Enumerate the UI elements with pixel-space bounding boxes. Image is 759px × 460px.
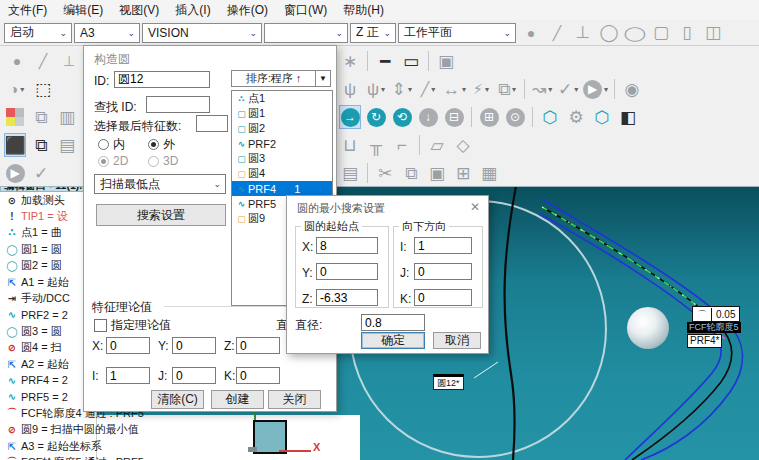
cancel-button[interactable]: 取消 — [433, 332, 481, 349]
probe-down-icon[interactable]: ↓ — [417, 105, 439, 129]
combo-arrow-icon[interactable]: ⌄ — [331, 28, 347, 38]
toolbar-combo[interactable]: A3 ⌄ — [74, 23, 140, 43]
x-field[interactable] — [316, 237, 378, 254]
fixture-icon[interactable]: ⊔ — [339, 133, 361, 157]
menu-item[interactable]: 操作(O) — [219, 2, 276, 19]
square-slot-feature-icon[interactable]: ▯ — [676, 21, 698, 45]
color-tiles-icon[interactable] — [4, 105, 26, 129]
ellipse-feature-icon[interactable]: ◯ — [624, 21, 646, 45]
cube-protect-icon[interactable]: ◇ — [452, 133, 474, 157]
notch-feature-icon[interactable]: ◫ — [702, 21, 724, 45]
z-field[interactable] — [316, 289, 378, 306]
window-cascade-icon[interactable]: ⧉ — [30, 105, 52, 129]
find-id-field[interactable] — [146, 96, 210, 113]
feature-list-item[interactable]: ∿ PRF2 — [232, 136, 332, 151]
menu-item[interactable]: 编辑(E) — [55, 2, 111, 19]
k-field[interactable] — [236, 367, 280, 384]
summary-icon[interactable]: ▤ — [339, 161, 361, 185]
angle-icon[interactable]: ⊥ — [58, 49, 80, 73]
window-save-icon[interactable]: ▣ — [435, 49, 457, 73]
last-feature-count-field[interactable] — [196, 115, 228, 132]
x-field[interactable] — [106, 337, 150, 354]
probe-target-icon[interactable]: ⊙ — [504, 105, 526, 129]
line-feature-icon[interactable]: ╱ — [546, 21, 568, 45]
toolbar-combo[interactable]: 工作平面 ⌄ — [398, 23, 516, 43]
combo-arrow-icon[interactable]: ⌄ — [245, 28, 261, 38]
point-icon[interactable]: ● — [6, 49, 28, 73]
search-settings-button[interactable]: 搜索设置 — [96, 204, 226, 226]
cut-icon[interactable]: ✂ — [374, 161, 396, 185]
close-icon[interactable]: ✕ — [470, 200, 480, 214]
theoretical-checkbox[interactable] — [94, 319, 107, 332]
grid-gear-icon[interactable]: ⊞ — [452, 161, 474, 185]
radio-2d[interactable] — [98, 156, 109, 167]
k-field[interactable] — [414, 289, 472, 306]
toolbar-combo[interactable]: VISION ⌄ — [142, 23, 262, 43]
paste-icon[interactable]: ▣ — [426, 161, 448, 185]
feature-insert-icon[interactable]: ψ▾ — [365, 77, 387, 101]
i-field[interactable] — [106, 367, 150, 384]
copy-icon[interactable]: ⧉ — [400, 161, 422, 185]
paint-roller-icon[interactable]: ⊟ — [443, 105, 465, 129]
y-field[interactable] — [316, 263, 378, 280]
verify-icon[interactable]: ✓▾ — [557, 77, 579, 101]
feature-list-item[interactable]: ▢ 圆1 — [232, 106, 332, 121]
combo-arrow-icon[interactable]: ⌄ — [499, 28, 515, 38]
combo-arrow-icon[interactable]: ⌄ — [55, 28, 71, 38]
dropdown-arrow-icon[interactable]: ▼ — [315, 71, 330, 86]
move-point-icon[interactable]: ⇕▾ — [391, 77, 413, 101]
menu-item[interactable]: 帮助(H) — [335, 2, 392, 19]
toolbar-combo[interactable]: 启动 ⌄ — [4, 23, 72, 43]
toolbar-combo[interactable]: ⌄ — [264, 23, 348, 43]
tree-item[interactable]: ⌒ FCF轮廓度5 通过 : PRF5 — [0, 454, 210, 460]
probe-sphere-icon[interactable]: ◑▾ — [6, 77, 28, 101]
toolbar-combo[interactable]: Z 正 ⌄ — [350, 23, 396, 43]
clipboard-plus-icon[interactable]: ⊞ — [478, 105, 500, 129]
feature-list-item[interactable]: ∿ PRF4 1 — [232, 181, 332, 196]
pattern-icon[interactable]: ∗ — [339, 49, 361, 73]
camera-icon[interactable]: ◉ — [621, 77, 643, 101]
run-icon[interactable]: ▶ — [4, 161, 26, 185]
orbit-circle-icon[interactable]: ⟲ — [391, 105, 413, 129]
j-field[interactable] — [414, 263, 472, 280]
z-field[interactable] — [236, 337, 280, 354]
circle-feature-icon[interactable]: ◯ — [598, 21, 620, 45]
point-feature-icon[interactable]: ● — [520, 21, 542, 45]
menu-item[interactable]: 插入(I) — [167, 2, 218, 19]
accept-icon[interactable]: ✓ — [30, 161, 52, 185]
id-field[interactable] — [114, 71, 210, 88]
outer-radio[interactable] — [148, 139, 159, 150]
report-icon[interactable]: ▤ — [56, 133, 78, 157]
perpendicular-feature-icon[interactable]: ⊥ — [572, 21, 594, 45]
feature-list-item[interactable]: ∴ 点1 — [232, 91, 332, 106]
y-field[interactable] — [172, 337, 216, 354]
wire-cube-icon[interactable]: ⬚ — [32, 77, 54, 101]
probe-arm-icon[interactable]: ⌐ — [391, 133, 413, 157]
scan-path-icon[interactable]: ↝▾ — [531, 77, 553, 101]
combo-arrow-icon[interactable]: ⌄ — [123, 28, 139, 38]
feature-list-item[interactable]: ▢ 圆2 — [232, 121, 332, 136]
line-icon[interactable]: ╱ — [32, 49, 54, 73]
create-button[interactable]: 创建 — [211, 390, 264, 409]
clear-button[interactable]: 清除(C) — [151, 390, 204, 409]
distance-icon[interactable]: ↔▾ — [443, 77, 466, 101]
diameter-field[interactable] — [361, 314, 425, 331]
ok-button[interactable]: 确定 — [361, 332, 425, 349]
probe-config-icon[interactable]: ψ — [339, 77, 361, 101]
feature-list-item[interactable]: ▢ 圆4 — [232, 166, 332, 181]
radio-3d[interactable] — [148, 156, 159, 167]
close-button[interactable]: 关闭 — [268, 390, 321, 409]
execute-circle-icon[interactable]: ▶▾ — [583, 77, 608, 101]
combo-arrow-icon[interactable]: ⌄ — [209, 179, 225, 189]
j-field[interactable] — [172, 367, 216, 384]
solid-view-icon[interactable]: ⬛ — [4, 133, 26, 157]
copy-pages-icon[interactable]: ⧉▾ — [496, 77, 518, 101]
menu-item[interactable]: 文件(F) — [0, 2, 55, 19]
inner-radio[interactable] — [98, 139, 109, 150]
line-mode-icon[interactable]: ╱▾ — [417, 77, 439, 101]
cube-copy-icon[interactable]: ⧉ — [30, 133, 52, 157]
round-slot-feature-icon[interactable]: ▢ — [650, 21, 672, 45]
line-width-icon[interactable]: ━ — [374, 49, 396, 73]
list-icon[interactable]: ▦ — [478, 161, 500, 185]
feature-list-item[interactable]: ▢ 圆3 — [232, 151, 332, 166]
